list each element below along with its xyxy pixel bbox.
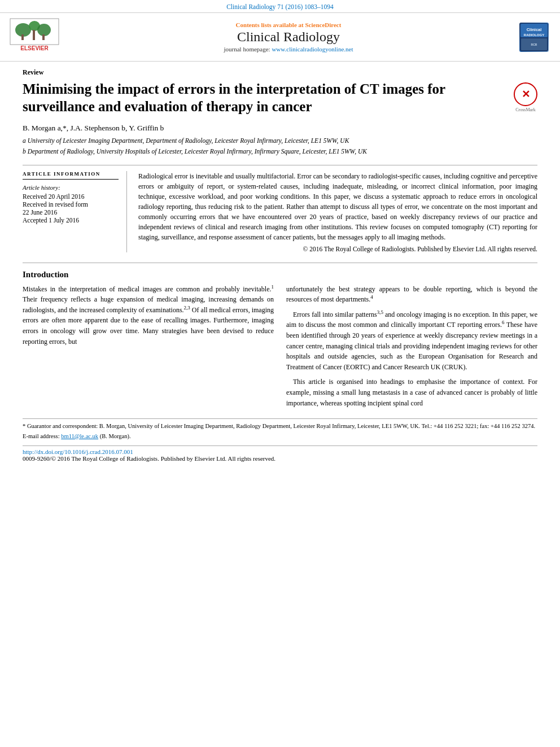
email-footnote: E-mail address: bm11@le.ac.uk (B. Morgan… — [23, 433, 537, 441]
intro-right-p2: Errors fall into similar patterns3,5 and… — [286, 309, 537, 373]
journal-center-info: Contents lists available at ScienceDirec… — [65, 21, 511, 53]
journal-title: Clinical Radiology — [65, 29, 511, 45]
elsevier-logo: ELSEVIER — [9, 18, 60, 56]
introduction-title: Introduction — [23, 270, 537, 279]
radiology-journal-logo: Clinical RADIOLOGY RCR — [517, 23, 551, 52]
sciencedirect-link-text[interactable]: ScienceDirect — [305, 21, 341, 28]
email-link[interactable]: bm11@le.ac.uk — [61, 433, 98, 439]
citation-text: Clinical Radiology 71 (2016) 1083–1094 — [226, 3, 334, 10]
affiliation-b: b Department of Radiology, University Ho… — [23, 147, 537, 156]
citation-bar: Clinical Radiology 71 (2016) 1083–1094 — [0, 0, 560, 12]
doi-copyright: 0009-9260/© 2016 The Royal College of Ra… — [23, 455, 275, 462]
doi-link[interactable]: http://dx.doi.org/10.1016/j.crad.2016.07… — [23, 448, 133, 455]
email-post: (B. Morgan). — [100, 433, 131, 439]
journal-homepage: journal homepage: www.clinicalradiologyo… — [65, 46, 511, 53]
intro-right-col: unfortunately the best strategy appears … — [286, 284, 537, 413]
article-info-panel: Article Information Article history: Rec… — [23, 171, 127, 252]
homepage-link[interactable]: www.clinicalradiologyonline.net — [272, 46, 353, 53]
svg-text:RCR: RCR — [531, 43, 537, 46]
abstract-paragraph: Radiological error is inevitable and usu… — [138, 171, 537, 242]
svg-text:ELSEVIER: ELSEVIER — [20, 45, 49, 51]
page-wrapper: Clinical Radiology 71 (2016) 1083–1094 E… — [0, 0, 560, 747]
guarantor-footnote: * Guarantor and correspondent: B. Morgan… — [23, 422, 537, 431]
svg-rect-4 — [21, 34, 24, 40]
revised-label: Received in revised form — [23, 201, 119, 208]
history-label: Article history: — [23, 184, 119, 191]
article-title: Minimising the impact of errors in the i… — [23, 80, 514, 116]
abstract-copyright: © 2016 The Royal College of Radiologists… — [138, 246, 537, 252]
guarantor-text: * Guarantor and correspondent: B. Morgan… — [23, 423, 535, 429]
doi-bar: http://dx.doi.org/10.1016/j.crad.2016.07… — [23, 445, 537, 462]
svg-text:Clinical: Clinical — [527, 27, 542, 32]
accepted-date: Accepted 1 July 2016 — [23, 217, 119, 224]
abstract-text: Radiological error is inevitable and usu… — [138, 171, 537, 242]
footnotes-section: * Guarantor and correspondent: B. Morgan… — [23, 418, 537, 440]
abstract-column: Radiological error is inevitable and usu… — [138, 171, 537, 252]
svg-text:RADIOLOGY: RADIOLOGY — [524, 33, 544, 37]
authors-line: B. Morgan a,*, J.A. Stephenson b, Y. Gri… — [23, 124, 537, 133]
received-date: Received 20 April 2016 — [23, 193, 119, 200]
introduction-section: Introduction Mistakes in the interpretat… — [23, 263, 537, 413]
crossmark-badge: CrossMark — [514, 82, 537, 112]
crossmark-label: CrossMark — [514, 107, 537, 112]
revised-date: 22 June 2016 — [23, 209, 119, 216]
journal-header: ELSEVIER Contents lists available at Sci… — [0, 12, 560, 62]
svg-point-3 — [37, 24, 51, 36]
info-divider — [23, 179, 119, 180]
intro-left-col: Mistakes in the interpretation of medica… — [23, 284, 274, 413]
radiology-logo-box: Clinical RADIOLOGY RCR — [519, 23, 549, 52]
intro-right-p3: This article is organised into headings … — [286, 377, 537, 408]
article-info-heading: Article Information — [23, 171, 119, 177]
sciencedirect-line: Contents lists available at ScienceDirec… — [65, 21, 511, 28]
affiliation-a: a University of Leicester Imaging Depart… — [23, 136, 537, 145]
intro-left-p1: Mistakes in the interpretation of medica… — [23, 284, 274, 347]
article-title-row: Minimising the impact of errors in the i… — [23, 80, 537, 116]
article-body: Review Minimising the impact of errors i… — [0, 62, 560, 471]
article-info-abstract: Article Information Article history: Rec… — [23, 165, 537, 252]
svg-rect-6 — [42, 34, 45, 40]
article-type: Review — [23, 68, 537, 77]
svg-rect-5 — [33, 30, 35, 40]
body-columns: Mistakes in the interpretation of medica… — [23, 284, 537, 413]
email-pre: E-mail address: — [23, 433, 61, 439]
crossmark-icon[interactable] — [514, 82, 537, 106]
intro-right-p1: unfortunately the best strategy appears … — [286, 284, 537, 305]
